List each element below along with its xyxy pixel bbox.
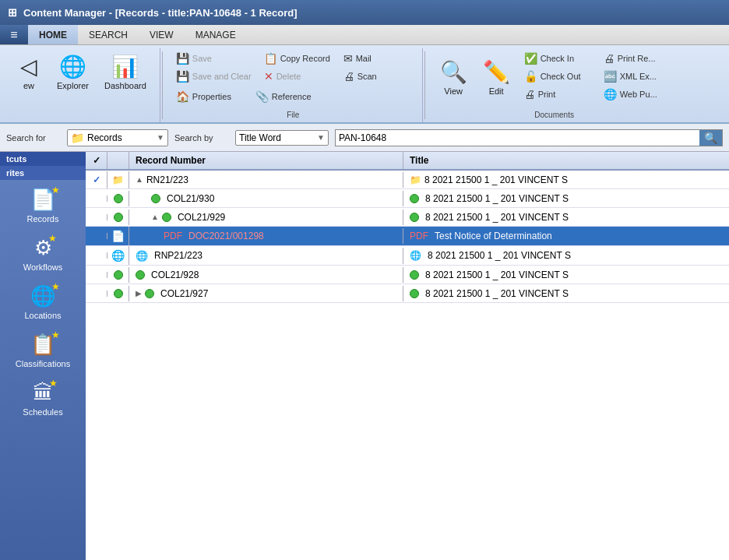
row-icon-5: 🌐 [107, 246, 129, 265]
expand-icon-1[interactable]: ▲ [136, 175, 143, 184]
record-number-5: RNP21/223 [154, 250, 202, 261]
locations-star: ★ [51, 281, 60, 292]
table-row[interactable]: 📄 PDF DOC2021/001298 PDF Test Notice of … [86, 227, 729, 246]
title-text-5: 8 2021 21500 1 _ 201 VINCENT S [428, 250, 571, 261]
content-area: ✓ Record Number Title ✓ 📁 ▲ RN21/223 📁 8… [86, 152, 729, 560]
xml-icon: 🔤 [604, 70, 617, 83]
check-out-button[interactable]: 🔓 Check Out [519, 68, 597, 85]
edit-button[interactable]: ✏️ Edit [476, 55, 517, 100]
explorer-button[interactable]: 🌐 Explorer [50, 50, 96, 94]
pdf-badge-4: PDF [164, 231, 182, 241]
inline-circle-7 [145, 289, 154, 298]
pdf-icon-4: 📄 [111, 230, 125, 242]
view-button[interactable]: 🔍 View [433, 55, 474, 100]
print-report-button[interactable]: 🖨 Print Re... [598, 50, 676, 67]
explorer-label: Explorer [57, 81, 89, 90]
row-title-7: 8 2021 21500 1 _ 201 VINCENT S [403, 286, 729, 301]
checkmark-1: ✓ [93, 174, 100, 185]
title-circle-7 [410, 289, 419, 298]
save-button[interactable]: 💾 Save [171, 50, 257, 67]
title-circle-6 [410, 270, 419, 280]
dashboard-button[interactable]: 📊 Dashboard [97, 50, 153, 94]
sidebar-item-schedules[interactable]: 🏛★ Schedules [0, 373, 86, 421]
reference-button[interactable]: 📎 Reference [250, 88, 328, 105]
criteria-input[interactable] [336, 131, 699, 145]
search-bar: Search for 📁 Records ▼ Search by Title W… [0, 124, 729, 152]
search-go-button[interactable]: 🔍 [699, 130, 722, 146]
records-label: Records [27, 214, 59, 224]
title-text-1: 8 2021 21500 1 _ 201 VINCENT S [424, 174, 568, 185]
dashboard-icon: 📊 [111, 54, 139, 79]
pdf-title-icon: PDF [410, 231, 428, 241]
sidebar-item-records[interactable]: 📄★ Records [0, 180, 86, 228]
edit-label: Edit [489, 86, 504, 96]
dropdown-arrow-2: ▼ [317, 133, 325, 142]
record-number-2: COL21/930 [167, 193, 214, 204]
table-row[interactable]: COL21/928 8 2021 21500 1 _ 201 VINCENT S [86, 266, 729, 284]
file-col-3: ✉ Mail 🖨 Scan [338, 50, 416, 85]
table-row[interactable]: ✓ 📁 ▲ RN21/223 📁 8 2021 21500 1 _ 201 VI… [86, 171, 729, 189]
explorer-icon: 🌐 [59, 54, 86, 79]
row-record-6: COL21/928 [129, 267, 403, 283]
sidebar-item-locations[interactable]: 🌐★ Locations [0, 276, 86, 325]
table-row[interactable]: COL21/930 8 2021 21500 1 _ 201 VINCENT S [86, 189, 729, 208]
row-record-1: ▲ RN21/223 [129, 172, 403, 188]
scan-icon: 🖨 [343, 70, 354, 83]
col-header-title: Title [403, 152, 729, 169]
xml-export-button[interactable]: 🔤 XML Ex... [598, 68, 676, 85]
inline-circle-6 [136, 270, 145, 280]
sidebar-item-workflows[interactable]: ⚙★ Workflows [0, 228, 86, 276]
properties-button[interactable]: 🏠 Properties [171, 88, 248, 105]
inline-circle-2 [151, 194, 160, 203]
search-by-value: Title Word [239, 132, 281, 143]
col-header-record: Record Number [129, 152, 403, 169]
menu-view[interactable]: VIEW [139, 25, 185, 44]
dashboard-label: Dashboard [104, 81, 146, 90]
save-and-clear-button[interactable]: 💾 Save and Clear [171, 68, 257, 85]
mail-icon: ✉ [343, 52, 353, 65]
search-by-label: Search by [174, 133, 229, 143]
menu-home[interactable]: HOME [28, 25, 78, 44]
row-title-3: 8 2021 21500 1 _ 201 VINCENT S [403, 210, 729, 225]
table-row[interactable]: ▶ COL21/927 8 2021 21500 1 _ 201 VINCENT… [86, 284, 729, 303]
row-icon-1: 📁 [107, 171, 129, 188]
file-row-1: 💾 Save 💾 Save and Clear 📋 Copy Record ✕ … [171, 48, 416, 86]
check-in-button[interactable]: ✅ Check In [519, 50, 597, 67]
record-number-7: COL21/927 [160, 288, 208, 299]
row-check-5 [86, 252, 107, 259]
mail-button[interactable]: ✉ Mail [338, 50, 416, 67]
title-text-7: 8 2021 21500 1 _ 201 VINCENT S [425, 288, 569, 299]
view-label: View [444, 86, 463, 96]
row-icon-7 [107, 286, 129, 301]
web-publish-button[interactable]: 🌐 Web Pu... [598, 86, 676, 103]
record-number-4: DOC2021/001298 [188, 231, 264, 241]
title-text-6: 8 2021 21500 1 _ 201 VINCENT S [425, 269, 569, 280]
back-button[interactable]: ◁ ew [9, 50, 48, 94]
status-circle-7 [114, 289, 123, 298]
properties-label: Properties [192, 92, 231, 101]
row-title-2: 8 2021 21500 1 _ 201 VINCENT S [403, 191, 729, 206]
sidebar-item-classifications[interactable]: 📋★ Classifications [0, 325, 86, 373]
table-row[interactable]: 🌐 🌐 RNP21/223 🌐 8 2021 21500 1 _ 201 VIN… [86, 246, 729, 266]
table-row[interactable]: ▲ COL21/929 8 2021 21500 1 _ 201 VINCENT… [86, 208, 729, 227]
delete-button[interactable]: ✕ Delete [259, 68, 336, 85]
delete-icon: ✕ [264, 70, 273, 83]
menu-search[interactable]: SEARCH [78, 25, 139, 44]
search-by-dropdown[interactable]: Title Word ▼ [235, 130, 329, 146]
copy-label: Copy Record [280, 54, 330, 63]
expand-icon-3[interactable]: ▲ [151, 213, 159, 221]
title-circle-3 [410, 213, 419, 222]
print-button[interactable]: 🖨 Print [519, 86, 597, 103]
table-header: ✓ Record Number Title [86, 152, 729, 171]
folder-dd-icon: 📁 [71, 132, 84, 144]
print-icon: 🖨 [524, 88, 535, 100]
copy-record-button[interactable]: 📋 Copy Record [259, 50, 336, 67]
scan-button[interactable]: 🖨 Scan [338, 68, 416, 85]
status-circle-3 [114, 213, 123, 222]
ribbon: ◁ ew 🌐 Explorer 📊 Dashboard 💾 Save [0, 45, 729, 124]
menu-manage[interactable]: MANAGE [185, 25, 247, 44]
file-group-label: File [164, 111, 422, 119]
search-for-dropdown[interactable]: 📁 Records ▼ [67, 129, 168, 146]
status-circle-6 [114, 270, 123, 280]
expand-icon-7[interactable]: ▶ [136, 289, 142, 298]
